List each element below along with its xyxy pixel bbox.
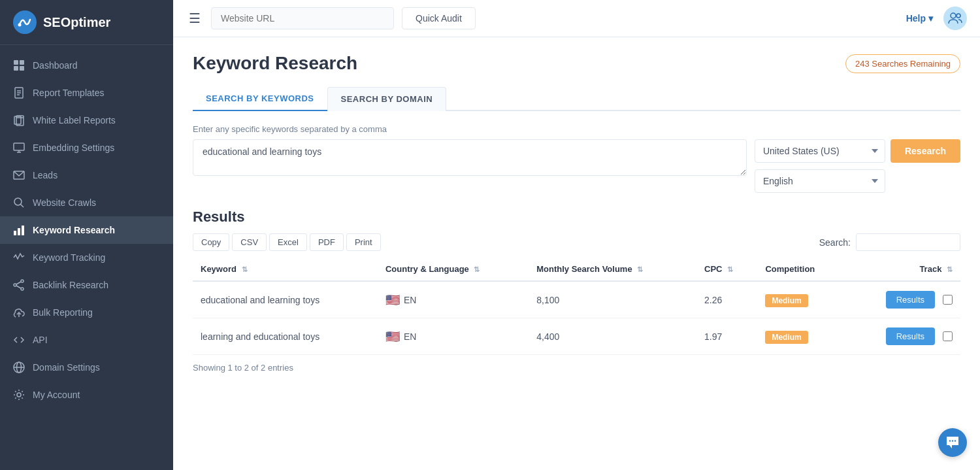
cpc-cell-1: 1.97 xyxy=(696,318,757,355)
svg-rect-18 xyxy=(14,231,16,235)
competition-badge-0: Medium xyxy=(765,294,808,307)
svg-point-37 xyxy=(955,440,956,441)
svg-line-24 xyxy=(16,282,21,284)
competition-cell-0: Medium xyxy=(757,281,847,318)
research-button[interactable]: Research xyxy=(890,139,960,163)
sidebar-item-keyword-research[interactable]: Keyword Research xyxy=(0,216,173,244)
tabs: SEARCH BY KEYWORDS SEARCH BY DOMAIN xyxy=(193,87,960,111)
page-title: Keyword Research xyxy=(193,53,357,74)
col-country-language: Country & Language ⇅ xyxy=(378,258,529,281)
tab-search-by-domain[interactable]: SEARCH BY DOMAIN xyxy=(327,87,447,111)
results-btn-0[interactable]: Results xyxy=(886,291,935,309)
csv-button[interactable]: CSV xyxy=(232,233,267,251)
main-area: ☰ Quick Audit Help ▾ Keyword Research 24… xyxy=(173,0,980,470)
competition-cell-1: Medium xyxy=(757,318,847,355)
sidebar-item-backlink-research[interactable]: Backlink Research xyxy=(0,271,173,299)
share-icon xyxy=(13,279,25,291)
search-hint: Enter any specific keywords separated by… xyxy=(193,124,960,134)
track-cell-1: Results xyxy=(847,318,960,355)
sidebar-item-embedding[interactable]: Embedding Settings xyxy=(0,134,173,161)
action-buttons: Copy CSV Excel PDF Print xyxy=(193,233,381,251)
logo-text: SEOptimer xyxy=(43,15,110,30)
results-btn-1[interactable]: Results xyxy=(886,327,935,345)
copy-icon xyxy=(13,114,25,126)
table-search-input[interactable] xyxy=(856,233,960,251)
svg-rect-12 xyxy=(14,143,24,150)
keyword-cell-0: educational and learning toys xyxy=(193,281,378,318)
cpc-cell-0: 2.26 xyxy=(696,281,757,318)
track-cell-0: Results xyxy=(847,281,960,318)
sidebar-label-website-crawls: Website Crawls xyxy=(33,197,96,208)
col-cpc: CPC ⇅ xyxy=(696,258,757,281)
sidebar-item-keyword-tracking[interactable]: Keyword Tracking xyxy=(0,244,173,271)
keyword-cell-1: learning and educational toys xyxy=(193,318,378,355)
sidebar-label-keyword-tracking: Keyword Tracking xyxy=(33,252,105,263)
sidebar-item-my-account[interactable]: My Account xyxy=(0,381,173,409)
svg-rect-4 xyxy=(14,66,18,71)
col-track: Track ⇅ xyxy=(847,258,960,281)
url-input[interactable] xyxy=(211,7,394,29)
search-controls: United States (US) United Kingdom (UK) C… xyxy=(755,139,960,193)
monthly-search-cell-0: 8,100 xyxy=(529,281,696,318)
flag-1: 🇺🇸 xyxy=(385,329,400,344)
sidebar-item-website-crawls[interactable]: Website Crawls xyxy=(0,189,173,216)
sidebar-item-white-label[interactable]: White Label Reports xyxy=(0,107,173,134)
excel-button[interactable]: Excel xyxy=(269,233,307,251)
mail-icon xyxy=(13,169,25,181)
hamburger-button[interactable]: ☰ xyxy=(186,8,203,29)
sidebar-item-domain-settings[interactable]: Domain Settings xyxy=(0,354,173,381)
search-icon xyxy=(13,197,25,209)
copy-button[interactable]: Copy xyxy=(193,233,229,251)
bar-chart-icon xyxy=(13,224,25,236)
upload-cloud-icon xyxy=(13,307,25,318)
search-label: Search: xyxy=(819,237,851,248)
sort-icon-monthly[interactable]: ⇅ xyxy=(637,265,643,273)
sidebar-label-my-account: My Account xyxy=(33,390,80,400)
sidebar-label-report-templates: Report Templates xyxy=(33,88,104,98)
results-actions: Copy CSV Excel PDF Print Search: xyxy=(193,233,960,251)
svg-point-23 xyxy=(21,288,24,290)
chevron-down-icon: ▾ xyxy=(928,13,933,24)
country-select[interactable]: United States (US) United Kingdom (UK) C… xyxy=(755,139,885,163)
code-icon xyxy=(13,334,25,346)
sidebar-item-bulk-reporting[interactable]: Bulk Reporting xyxy=(0,299,173,326)
sidebar-label-domain-settings: Domain Settings xyxy=(33,362,100,373)
sidebar-item-report-templates[interactable]: Report Templates xyxy=(0,79,173,107)
language-select[interactable]: English Spanish French German xyxy=(755,169,885,193)
grid-icon xyxy=(13,59,25,71)
sort-icon-keyword[interactable]: ⇅ xyxy=(242,265,248,273)
pdf-button[interactable]: PDF xyxy=(310,233,344,251)
language-1: EN xyxy=(404,331,416,342)
svg-point-22 xyxy=(14,284,16,286)
sidebar-label-white-label: White Label Reports xyxy=(33,115,116,126)
svg-rect-3 xyxy=(20,60,24,65)
country-language-cell-0: 🇺🇸 EN xyxy=(378,281,529,318)
showing-text: Showing 1 to 2 of 2 entries xyxy=(193,363,960,373)
sidebar-label-keyword-research: Keyword Research xyxy=(33,225,115,235)
sidebar-item-api[interactable]: API xyxy=(0,326,173,354)
svg-point-36 xyxy=(952,440,953,441)
logo-icon xyxy=(13,10,37,34)
sidebar-label-backlink-research: Backlink Research xyxy=(33,280,108,290)
flag-0: 🇺🇸 xyxy=(385,293,400,307)
help-button[interactable]: Help ▾ xyxy=(906,13,933,24)
sidebar-item-leads[interactable]: Leads xyxy=(0,161,173,189)
search-row: educational and learning toys United Sta… xyxy=(193,139,960,193)
tab-search-by-keywords[interactable]: SEARCH BY KEYWORDS xyxy=(193,87,327,111)
svg-point-30 xyxy=(17,393,21,397)
svg-point-35 xyxy=(949,440,951,441)
sort-icon-country[interactable]: ⇅ xyxy=(474,265,480,273)
chat-bubble[interactable] xyxy=(938,428,967,457)
track-checkbox-1[interactable] xyxy=(943,331,953,341)
sort-icon-track[interactable]: ⇅ xyxy=(947,265,953,273)
sidebar-label-leads: Leads xyxy=(33,170,57,180)
searches-badge: 243 Searches Remaining xyxy=(845,54,960,73)
user-avatar[interactable] xyxy=(943,7,967,30)
users-icon xyxy=(948,11,962,25)
track-checkbox-0[interactable] xyxy=(943,295,953,305)
keyword-textarea[interactable]: educational and learning toys xyxy=(193,139,747,176)
quick-audit-button[interactable]: Quick Audit xyxy=(402,7,476,29)
print-button[interactable]: Print xyxy=(346,233,381,251)
sort-icon-cpc[interactable]: ⇅ xyxy=(727,265,733,273)
sidebar-item-dashboard[interactable]: Dashboard xyxy=(0,52,173,79)
